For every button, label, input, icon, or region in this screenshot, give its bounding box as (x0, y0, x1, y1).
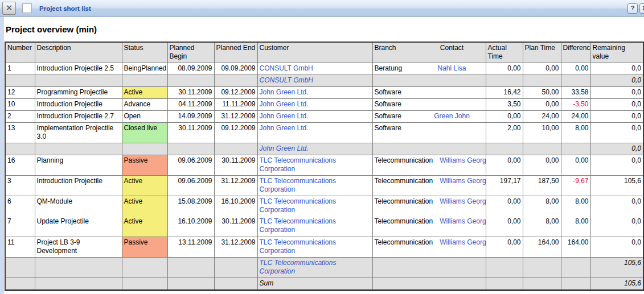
cell-customer: TLC Telecommunications Corporation (257, 175, 372, 196)
cell-actual-time: 2,00 (486, 122, 523, 143)
window-title: Project short list (39, 5, 627, 12)
cell-status: Closed live (122, 122, 167, 143)
cell-empty (486, 143, 523, 155)
cell-description: Project LB 3-9 Development (35, 237, 122, 257)
cell-difference: 33,58 (561, 86, 590, 98)
table-row: 3Introduction ProjectileActive09.06.2009… (5, 175, 643, 196)
contact-link[interactable]: Green John (434, 112, 470, 120)
table-row: 7Update ProjectileActive16.10.200930.11.… (5, 216, 643, 237)
cell-number: 6 (5, 196, 35, 216)
header-branch-contact: Branch Contact (372, 42, 486, 63)
titlebar-checkbox[interactable] (22, 3, 32, 13)
cell-plan-time: 187,50 (523, 175, 561, 196)
cell-empty (214, 278, 257, 290)
subtotal-row: John Green Ltd.0,0 (5, 143, 643, 155)
page-title: Project overview (min) (6, 24, 644, 34)
customer-link[interactable]: TLC Telecommunications Corporation (260, 238, 337, 255)
cell-actual-time: 0,00 (486, 110, 523, 122)
cell-empty (35, 278, 122, 290)
customer-link[interactable]: TLC Telecommunications Corporation (260, 156, 337, 173)
cell-empty (214, 74, 257, 86)
cell-empty (372, 74, 486, 86)
header-actual-time: Actual Time (486, 42, 523, 63)
subtotal-customer-cell: John Green Ltd. (257, 143, 372, 155)
contact-link[interactable]: Williams George (440, 156, 486, 164)
cell-status: Passive (122, 155, 167, 175)
help-button[interactable]: ? (627, 3, 638, 14)
customer-link[interactable]: TLC Telecommunications Corporation (260, 197, 337, 214)
subtotal-customer-link[interactable]: TLC Telecommunications Corporation (260, 259, 337, 275)
contact-link[interactable]: Williams George (440, 177, 486, 185)
cell-empty (523, 74, 561, 86)
cell-branch-contact: TelecommunicationWilliams George (372, 216, 486, 237)
cell-actual-time: 197,17 (486, 175, 523, 196)
cell-empty (486, 257, 523, 278)
cell-description: Introduction Projectile (35, 98, 122, 110)
cell-planned-end: 09.12.2009 (214, 122, 257, 143)
cell-customer: John Green Ltd. (257, 110, 372, 122)
cell-empty (561, 143, 590, 155)
contact-link[interactable]: Williams George (440, 217, 486, 225)
customer-link[interactable]: John Green Ltd. (260, 88, 309, 96)
contact-link[interactable]: Williams George (440, 197, 486, 205)
branch-label: Software (375, 124, 420, 132)
window-close-button-right[interactable]: ✕ (639, 3, 644, 14)
cell-planned-begin: 09.06.2009 (167, 155, 214, 175)
customer-link[interactable]: TLC Telecommunications Corporation (260, 177, 337, 193)
cell-planned-begin: 30.11.2009 (167, 122, 214, 143)
cell-remaining-subtotal: 105,6 (590, 278, 643, 290)
branch-label: Telecommunication (375, 217, 433, 226)
header-branch: Branch (375, 44, 420, 52)
cell-remaining: 0,0 (590, 110, 643, 122)
subtotal-row: CONSULT GmbH0,0 (5, 74, 643, 86)
table-row: 16PlanningPassive09.06.200930.11.2009TLC… (5, 155, 643, 175)
customer-link[interactable]: John Green Ltd. (260, 112, 309, 120)
header-difference: Difference (561, 42, 590, 63)
cell-empty (35, 74, 122, 86)
table-header-row: Number Description Status Planned Begin … (5, 42, 643, 63)
subtotal-customer-link[interactable]: CONSULT GmbH (260, 76, 313, 84)
cell-customer: John Green Ltd. (257, 86, 372, 98)
cell-status: Active (122, 175, 167, 196)
customer-link[interactable]: John Green Ltd. (260, 100, 309, 108)
cell-description: Update Projectile (35, 216, 122, 237)
branch-label: Telecommunication (375, 156, 433, 165)
cell-empty (486, 278, 523, 290)
cell-difference: 24,00 (561, 110, 590, 122)
cell-status: Advance (122, 98, 167, 110)
contact-link[interactable]: Williams George (440, 238, 486, 246)
customer-link[interactable]: CONSULT GmbH (260, 64, 313, 72)
cell-empty (523, 143, 561, 155)
branch-label: Telecommunication (375, 177, 433, 185)
cell-customer: John Green Ltd. (257, 98, 372, 110)
cell-planned-end: 31.12.2009 (214, 110, 257, 122)
subtotal-customer-cell: CONSULT GmbH (257, 74, 372, 86)
cell-customer: TLC Telecommunications Corporation (257, 237, 372, 257)
cell-description: Implementation Projectile 3.0 (35, 122, 122, 143)
cell-customer: TLC Telecommunications Corporation (257, 155, 372, 175)
cell-branch-contact: BeratungNahl Lisa (372, 63, 486, 74)
cell-plan-time: 8,00 (523, 196, 561, 216)
cell-empty (167, 143, 214, 155)
window-close-button[interactable]: ✕ (2, 2, 16, 15)
cell-planned-end: 30.11.2009 (214, 155, 257, 175)
cell-empty (561, 278, 590, 290)
subtotal-customer-link[interactable]: John Green Ltd. (260, 144, 309, 152)
cell-plan-time: 24,00 (523, 110, 561, 122)
cell-planned-begin: 30.11.2009 (167, 86, 214, 98)
customer-link[interactable]: TLC Telecommunications Corporation (260, 217, 337, 234)
cell-remaining-subtotal: 0,0 (590, 143, 643, 155)
cell-difference: 0,00 (561, 155, 590, 175)
table-row: 12Programming ProjectileActive30.11.2009… (5, 86, 643, 98)
cell-difference: -3,50 (561, 98, 590, 110)
contact-link[interactable]: Nahl Lisa (437, 64, 466, 72)
customer-link[interactable]: John Green Ltd. (260, 124, 309, 132)
cell-planned-end: 31.12.2009 (214, 175, 257, 196)
cell-remaining: 105,6 (590, 175, 643, 196)
cell-empty (122, 74, 167, 86)
cell-status: Passive (122, 237, 167, 257)
cell-plan-time: 0,00 (523, 155, 561, 175)
cell-status: Open (122, 110, 167, 122)
cell-branch-contact: Software (372, 98, 486, 110)
cell-planned-end: 09.09.2009 (214, 63, 257, 74)
